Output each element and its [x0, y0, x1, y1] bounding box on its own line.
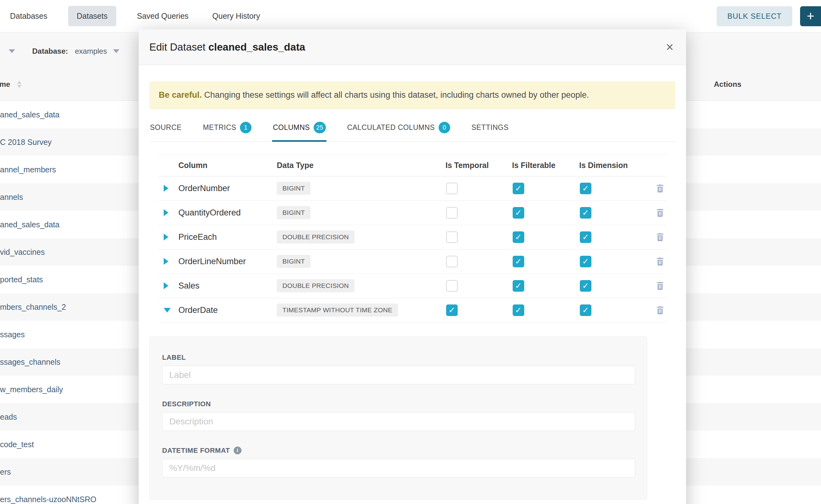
- tab-calculated-columns-label: CALCULATED COLUMNS: [347, 123, 435, 132]
- datasets-page: Databases Datasets Saved Queries Query H…: [0, 0, 821, 504]
- trash-icon: [655, 305, 665, 315]
- expand-toggle[interactable]: [159, 185, 178, 192]
- trash-icon: [655, 232, 665, 242]
- is-temporal-checkbox[interactable]: [446, 280, 458, 292]
- data-type-pill: BIGINT: [277, 182, 310, 195]
- description-field-label-text: DESCRIPTION: [162, 400, 211, 408]
- nav-item-saved-queries[interactable]: Saved Queries: [134, 6, 191, 26]
- info-icon[interactable]: i: [234, 447, 241, 454]
- description-input[interactable]: [162, 412, 635, 431]
- tab-settings-label: SETTINGS: [472, 123, 509, 132]
- column-name: OrderLineNumber: [178, 257, 277, 266]
- plus-icon: +: [807, 9, 814, 23]
- delete-column-button[interactable]: [655, 305, 667, 315]
- tab-columns-label: COLUMNS: [273, 123, 310, 132]
- bulk-select-button[interactable]: BULK SELECT: [717, 6, 792, 26]
- top-nav: Databases Datasets Saved Queries Query H…: [0, 0, 821, 32]
- modal-title-prefix: Edit Dataset: [149, 41, 205, 53]
- data-type-pill: DOUBLE PRECISION: [277, 279, 354, 292]
- is-filterable-checkbox[interactable]: [513, 207, 524, 219]
- column-header-is-dimension: Is Dimension: [579, 161, 655, 170]
- database-filter-value[interactable]: examples: [75, 47, 107, 56]
- expand-toggle[interactable]: [159, 234, 178, 240]
- tab-settings[interactable]: SETTINGS: [471, 109, 509, 141]
- column-header-is-filterable: Is Filterable: [512, 161, 579, 170]
- column-name: PriceEach: [178, 232, 277, 242]
- metrics-count-badge: 1: [240, 122, 251, 133]
- is-dimension-checkbox[interactable]: [580, 256, 591, 267]
- trash-icon: [655, 281, 665, 291]
- is-dimension-checkbox[interactable]: [580, 280, 591, 292]
- is-temporal-checkbox[interactable]: [446, 231, 458, 243]
- delete-column-button[interactable]: [655, 208, 667, 218]
- warning-banner: Be careful. Changing these settings will…: [149, 81, 675, 109]
- sort-icon[interactable]: [17, 81, 22, 88]
- column-header-is-temporal: Is Temporal: [446, 161, 512, 170]
- trash-icon: [655, 183, 665, 193]
- filter-bar: Database: examples: [0, 44, 119, 59]
- is-temporal-checkbox[interactable]: [446, 256, 458, 267]
- tab-metrics[interactable]: METRICS 1: [202, 109, 252, 141]
- datetime-format-label-text: DATETIME FORMAT: [162, 447, 230, 455]
- add-dataset-button[interactable]: +: [800, 6, 821, 26]
- column-editor-panel: LABEL DESCRIPTION DATETIME FORMAT i: [149, 336, 647, 500]
- is-filterable-checkbox[interactable]: [513, 256, 524, 267]
- expand-toggle[interactable]: [159, 258, 178, 265]
- modal-body: Be careful. Changing these settings will…: [139, 81, 686, 500]
- caret-right-icon: [164, 185, 168, 192]
- is-filterable-checkbox[interactable]: [513, 304, 524, 316]
- caret-right-icon: [164, 209, 168, 216]
- nav-item-datasets[interactable]: Datasets: [68, 6, 116, 26]
- column-header-column: Column: [178, 161, 277, 170]
- data-type-cell: DOUBLE PRECISION: [277, 279, 446, 292]
- data-type-cell: BIGINT: [277, 206, 446, 219]
- data-type-pill: BIGINT: [277, 206, 310, 219]
- close-icon[interactable]: ×: [666, 41, 674, 54]
- label-field-label: LABEL: [162, 353, 635, 362]
- edit-dataset-modal: Edit Dataset cleaned_sales_data × Be car…: [139, 29, 686, 504]
- is-temporal-checkbox[interactable]: [446, 304, 458, 316]
- nav-item-query-history[interactable]: Query History: [209, 6, 263, 26]
- label-input[interactable]: [162, 366, 635, 384]
- tab-columns[interactable]: COLUMNS 25: [272, 109, 326, 141]
- is-temporal-checkbox[interactable]: [446, 183, 458, 194]
- datetime-format-field-group: DATETIME FORMAT i: [162, 447, 635, 477]
- is-dimension-checkbox[interactable]: [580, 304, 591, 316]
- is-filterable-checkbox[interactable]: [513, 231, 524, 243]
- chevron-down-icon[interactable]: [113, 49, 119, 53]
- is-dimension-checkbox[interactable]: [580, 183, 591, 194]
- delete-column-button[interactable]: [655, 281, 667, 291]
- column-name: QuantityOrdered: [178, 208, 277, 218]
- name-column-header[interactable]: me: [0, 80, 10, 89]
- datetime-format-input[interactable]: [162, 459, 635, 477]
- is-filterable-checkbox[interactable]: [513, 183, 524, 194]
- is-temporal-checkbox[interactable]: [446, 207, 458, 219]
- database-filter-label: Database:: [32, 47, 68, 56]
- column-name: Sales: [178, 281, 277, 291]
- delete-column-button[interactable]: [655, 232, 667, 242]
- data-type-cell: BIGINT: [277, 255, 446, 268]
- chevron-down-icon[interactable]: [9, 49, 15, 53]
- expand-toggle[interactable]: [159, 282, 178, 289]
- expand-toggle[interactable]: [159, 308, 178, 313]
- modal-header: Edit Dataset cleaned_sales_data ×: [139, 29, 686, 65]
- expand-toggle[interactable]: [159, 209, 178, 216]
- calculated-columns-count-badge: 0: [439, 122, 450, 133]
- nav-item-databases[interactable]: Databases: [7, 6, 51, 26]
- delete-column-button[interactable]: [655, 183, 667, 193]
- columns-count-badge: 25: [314, 122, 326, 133]
- table-row: PriceEach DOUBLE PRECISION: [159, 225, 667, 250]
- column-name: OrderDate: [178, 305, 277, 315]
- tab-calculated-columns[interactable]: CALCULATED COLUMNS 0: [346, 109, 451, 141]
- data-type-cell: BIGINT: [277, 182, 446, 195]
- table-row: OrderDate TIMESTAMP WITHOUT TIME ZONE: [159, 298, 667, 323]
- modal-title: Edit Dataset cleaned_sales_data: [149, 41, 305, 53]
- is-filterable-checkbox[interactable]: [513, 280, 524, 292]
- is-dimension-checkbox[interactable]: [580, 231, 591, 243]
- is-dimension-checkbox[interactable]: [580, 207, 591, 219]
- caret-right-icon: [164, 258, 168, 265]
- delete-column-button[interactable]: [655, 256, 667, 266]
- tab-source[interactable]: SOURCE: [149, 109, 182, 141]
- actions-column-header: Actions: [714, 80, 741, 89]
- caret-right-icon: [164, 234, 168, 240]
